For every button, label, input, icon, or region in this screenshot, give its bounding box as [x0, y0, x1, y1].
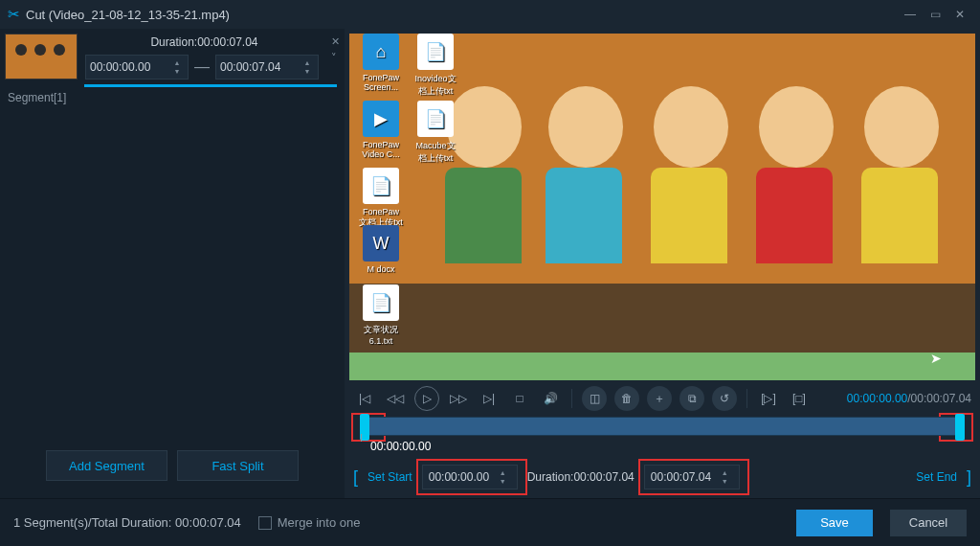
segment-start-input[interactable]: 00:00:00.00 ▲▼ — [85, 55, 189, 80]
skip-end-icon[interactable]: ▷| — [478, 387, 501, 410]
copy-icon[interactable]: ⧉ — [679, 386, 704, 411]
save-button[interactable]: Save — [796, 510, 873, 536]
desktop-shortcut: WM docx — [359, 225, 403, 274]
timeline-marker-time: 00:00:00.00 — [370, 440, 971, 453]
add-segment-button[interactable]: Add Segment — [46, 450, 167, 481]
segment-label: Segment[1] — [0, 91, 345, 104]
desktop-shortcut: 📄文章状况 6.1.txt — [359, 284, 403, 346]
spinner-icon[interactable]: ▲▼ — [722, 469, 733, 485]
desktop-shortcut: 📄Macube文档上传txt — [413, 101, 457, 165]
stop-icon[interactable]: □ — [508, 387, 531, 410]
checkbox-icon[interactable] — [258, 516, 272, 530]
split-icon[interactable]: ◫ — [582, 386, 607, 411]
fast-split-button[interactable]: Fast Split — [177, 450, 299, 481]
cursor-icon: ➤ — [930, 351, 942, 366]
desktop-shortcut: 📄FonePaw文档上传txt — [359, 168, 403, 229]
time-display: 00:00:00.00/00:00:07.04 — [847, 392, 971, 405]
titlebar: ✂ Cut (Video_21-08-12_13-35-21.mp4) — ▭ … — [0, 0, 980, 29]
end-time-input[interactable]: 00:00:07.04 ▲▼ — [644, 465, 740, 489]
footer: 1 Segment(s)/Total Duration: 00:00:07.04… — [0, 498, 980, 546]
minimize-button[interactable]: — — [898, 2, 923, 27]
cancel-button[interactable]: Cancel — [890, 510, 967, 536]
summary-text: 1 Segment(s)/Total Duration: 00:00:07.04 — [13, 515, 241, 530]
rewind-icon[interactable]: ◁◁ — [384, 387, 407, 410]
bracket-close-icon: ] — [967, 467, 971, 488]
bracket-in-icon[interactable]: [▷] — [757, 387, 780, 410]
scissors-icon: ✂ — [8, 6, 20, 23]
playback-controls: |◁ ◁◁ ▷ ▷▷ ▷| □ 🔊 ◫ 🗑 ＋ ⧉ ↺ [▷] [□] 00:0… — [349, 380, 975, 417]
segment-thumbnail[interactable] — [5, 34, 78, 80]
window-title: Cut (Video_21-08-12_13-35-21.mp4) — [26, 8, 898, 22]
merge-checkbox[interactable]: Merge into one — [258, 515, 361, 530]
volume-icon[interactable]: 🔊 — [539, 387, 562, 410]
video-preview: ⌂FonePaw Screen...📄Inovideo文档上传txt▶FoneP… — [349, 34, 975, 380]
desktop-shortcut: 📄Inovideo文档上传txt — [413, 34, 457, 98]
add-icon[interactable]: ＋ — [647, 386, 672, 411]
collapse-icon[interactable]: ˅ — [331, 52, 340, 64]
set-end-button[interactable]: Set End — [916, 470, 957, 484]
maximize-button[interactable]: ▭ — [923, 2, 947, 27]
undo-icon[interactable]: ↺ — [712, 386, 737, 411]
segment-progress — [84, 84, 337, 87]
duration-label: Duration:00:00:07.04 — [527, 470, 635, 484]
timeline-end-handle[interactable] — [955, 414, 965, 441]
bracket-out-icon[interactable]: [□] — [788, 387, 811, 410]
bracket-open-icon: [ — [353, 467, 358, 488]
segment-end-input[interactable]: 00:00:07.04 ▲▼ — [215, 55, 319, 80]
timeline[interactable]: 00:00:00.00 — [349, 417, 975, 463]
spinner-icon[interactable]: ▲▼ — [170, 59, 184, 75]
forward-icon[interactable]: ▷▷ — [447, 387, 470, 410]
desktop-shortcut: ▶FonePaw Video C... — [359, 101, 403, 159]
delete-icon[interactable]: 🗑 — [614, 386, 639, 411]
play-icon[interactable]: ▷ — [414, 386, 439, 411]
spinner-icon[interactable]: ▲▼ — [301, 59, 314, 75]
set-start-button[interactable]: Set Start — [368, 470, 412, 484]
remove-segment-icon[interactable]: ✕ — [331, 35, 340, 48]
segment-duration: Duration:00:00:07.04 — [85, 35, 323, 49]
close-button[interactable]: ✕ — [947, 2, 972, 27]
set-range-row: [ Set Start 00:00:00.00 ▲▼ Duration:00:0… — [349, 463, 975, 491]
segment-panel: Duration:00:00:07.04 00:00:00.00 ▲▼ — 00… — [0, 29, 345, 498]
skip-start-icon[interactable]: |◁ — [353, 387, 376, 410]
desktop-shortcut: ⌂FonePaw Screen... — [359, 34, 403, 92]
dash: — — [194, 58, 210, 76]
spinner-icon[interactable]: ▲▼ — [500, 469, 511, 485]
start-time-input[interactable]: 00:00:00.00 ▲▼ — [422, 465, 518, 489]
